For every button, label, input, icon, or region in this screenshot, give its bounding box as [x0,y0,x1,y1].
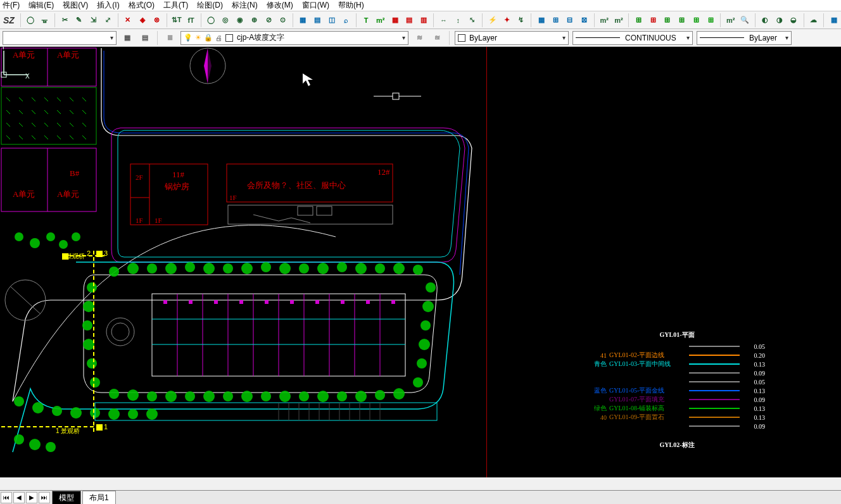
menu-modify[interactable]: 修改(M) [267,0,293,11]
tool-icon-1[interactable]: ◯ [25,13,37,27]
menu-insert[interactable]: 插入(I) [97,0,119,11]
tool-icon-41[interactable]: ⊞ [662,13,674,27]
menu-help[interactable]: 帮助(H) [338,0,364,11]
svg-point-59 [82,320,92,331]
svg-point-50 [299,263,309,274]
tool-icon-16[interactable]: ⊘ [263,13,275,27]
tool-icon-35[interactable]: ⊟ [564,13,576,27]
menu-draw[interactable]: 绘图(D) [197,0,223,11]
menu-window[interactable]: 窗口(W) [302,0,329,11]
tool-icon-31[interactable]: ✦ [501,13,513,27]
tool-icon-10[interactable]: ⇅T [171,13,183,27]
tool-icon-47[interactable]: ◐ [759,13,771,27]
main-toolbar: SZ ◯ ᚗ ✂ ✎ ⇲ ⤢ ✕ ◈ ⊗ ⇅T fT ◯ ◎ ◉ ⊕ ⊘ ⊙ ▦… [0,11,841,29]
tab-first-icon[interactable]: ⏮ [1,492,12,503]
layer-combo[interactable]: 💡 ☀ 🔒 🖨 cjp-A坡度文字 ▾ [180,31,408,45]
svg-line-21 [32,110,35,114]
tool-icon-42[interactable]: ⊞ [676,13,688,27]
tool-icon-5[interactable]: ⇲ [87,13,99,27]
tool-icon-22[interactable]: T [360,13,372,27]
tool-icon-26[interactable]: ▥ [418,13,430,27]
lineweight-combo[interactable]: ByLayer ▾ [697,31,792,45]
tool-icon-24[interactable]: ▦ [389,13,401,27]
tab-model[interactable]: 模型 [52,491,81,505]
tool-icon-29[interactable]: ⤡ [467,13,479,27]
yellow-tag-1: 1 [104,423,108,431]
tab-last-icon[interactable]: ⏭ [39,492,50,503]
color-bylayer-combo[interactable]: ByLayer ▾ [455,31,569,45]
tool-icon-4[interactable]: ✎ [73,13,85,27]
svg-line-23 [57,110,61,114]
tool-icon-8[interactable]: ◈ [136,13,148,27]
tool-icon-27[interactable]: ↔ [438,13,450,27]
tool-icon-3[interactable]: ✂ [59,13,71,27]
linetype-combo[interactable]: CONTINUOUS ▾ [572,31,693,45]
tool-icon-9[interactable]: ⊗ [151,13,163,27]
color-combo[interactable]: ▾ [3,31,117,45]
tool-icon-48[interactable]: ◑ [773,13,785,27]
tool-icon-40[interactable]: ⊞ [647,13,659,27]
yellow-bridge-2: 景观桥 [66,252,85,261]
lineweight-text: ByLayer [749,34,777,42]
svg-point-77 [261,391,271,401]
svg-point-71 [147,391,157,401]
svg-point-65 [420,320,431,331]
tool-icon-30[interactable]: ⚡ [486,13,498,27]
tool-icon-39[interactable]: ⊞ [633,13,645,27]
tool-icon-36[interactable]: ⊠ [578,13,590,27]
tool-icon-17[interactable]: ⊙ [277,13,289,27]
tool-icon-44[interactable]: ⊞ [705,13,717,27]
tool-icon-34[interactable]: ⊞ [550,13,562,27]
layer-stack-icon[interactable]: ≣ [163,31,177,45]
layer-states-icon[interactable]: ▤ [138,31,152,45]
unit-label-a2: A单元 [57,49,79,61]
tab-layout1[interactable]: 布局1 [82,491,116,505]
tool-icon-21[interactable]: ⌕ [340,13,352,27]
layer-manager-icon[interactable]: ▦ [120,31,134,45]
drawing-canvas[interactable]: A单元 A单元 A单元 A单元 B# 11# 锅炉房 12# 会所及物？、社区、… [0,47,841,477]
tool-icon-32[interactable]: ↯ [515,13,528,27]
menu-tools[interactable]: 工具(T) [163,0,188,11]
tool-icon-2[interactable]: ᚗ [39,13,51,27]
tool-icon-7[interactable]: ✕ [122,13,134,27]
tool-icon-6[interactable]: ⤢ [102,13,114,27]
svg-point-47 [241,263,253,274]
tool-icon-15[interactable]: ⊕ [248,13,260,27]
tool-icon-33[interactable]: ▦ [535,13,547,27]
menu-view[interactable]: 视图(V) [63,0,88,11]
tab-prev-icon[interactable]: ◀ [13,492,25,503]
tool-icon-37[interactable]: m² [598,13,610,27]
tool-icon-14[interactable]: ◉ [234,13,246,27]
menu-dimension[interactable]: 标注(N) [232,0,258,11]
tool-icon-28[interactable]: ↕ [452,13,464,27]
tool-icon-18[interactable]: ▦ [297,13,309,27]
tool-icon-38[interactable]: m² [613,13,625,27]
lightbulb-icon: 💡 [184,34,193,42]
tool-icon-25[interactable]: ▤ [403,13,415,27]
tool-icon-51[interactable]: ▦ [828,13,840,27]
tool-icon-49[interactable]: ◒ [788,13,800,27]
layer-iso-icon[interactable]: ≊ [430,31,444,45]
tool-icon-43[interactable]: ⊞ [690,13,702,27]
tool-icon-13[interactable]: ◎ [220,13,232,27]
menu-format[interactable]: 格式(O) [129,0,155,11]
layer-prev-icon[interactable]: ≋ [412,31,426,45]
tool-icon-45[interactable]: m² [724,13,737,27]
svg-point-43 [165,263,177,274]
tab-next-icon[interactable]: ▶ [26,492,37,503]
svg-point-70 [127,389,139,401]
tool-icon-20[interactable]: ◫ [326,13,338,27]
tool-icon-23[interactable]: m² [374,13,386,27]
tool-icon-50[interactable]: ☁ [808,13,820,27]
menu-file[interactable]: 件(F) [3,0,20,11]
b-label: B# [70,168,79,179]
sz-logo-icon[interactable]: SZ [1,13,16,27]
tool-icon-12[interactable]: ◯ [205,13,217,27]
svg-point-98 [14,434,24,444]
tool-icon-46[interactable]: 🔍 [739,13,751,27]
svg-point-76 [241,391,253,402]
svg-line-19 [6,110,10,114]
menu-edit[interactable]: 编辑(E) [28,0,54,11]
tool-icon-19[interactable]: ▤ [312,13,324,27]
tool-icon-11[interactable]: fT [185,13,197,27]
